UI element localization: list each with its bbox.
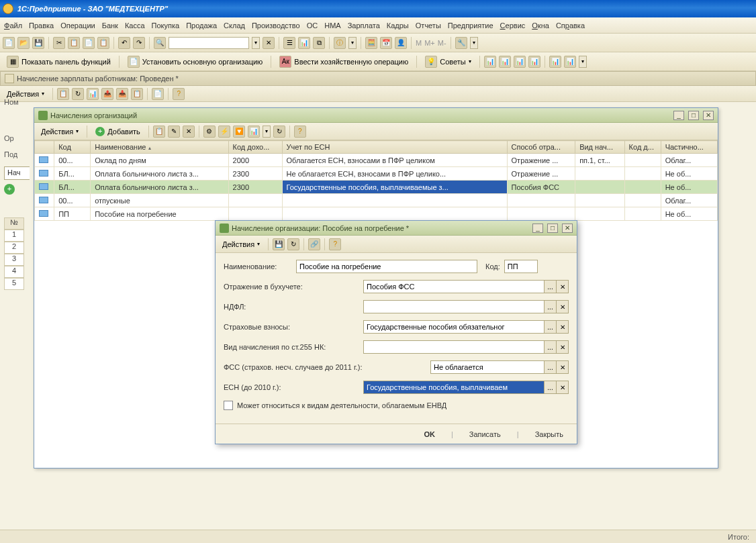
- col-dcode[interactable]: Код д...: [624, 141, 661, 154]
- table-cell[interactable]: [575, 194, 624, 207]
- memory-mplus[interactable]: M+: [424, 39, 435, 47]
- table-cell[interactable]: [624, 181, 661, 194]
- report1-icon[interactable]: 📊: [484, 56, 496, 68]
- doc-tool1-icon[interactable]: 📋: [57, 88, 69, 100]
- cut-icon[interactable]: ✂: [53, 37, 65, 49]
- menu-operations[interactable]: Операции: [60, 21, 95, 30]
- listwin-dropdown[interactable]: ▾: [263, 126, 271, 138]
- listwin-titlebar[interactable]: Начисления организаций _ □ ✕: [34, 108, 718, 123]
- info-dropdown[interactable]: ▾: [348, 37, 357, 49]
- table-cell[interactable]: Облагается ЕСН, взносами в ПФР целиком: [282, 154, 507, 167]
- table-cell[interactable]: [575, 181, 624, 194]
- table-cell[interactable]: [282, 207, 507, 221]
- table-cell[interactable]: БЛ...: [54, 181, 91, 194]
- field-code[interactable]: [504, 260, 538, 273]
- menu-salary[interactable]: Зарплата: [348, 21, 380, 30]
- table-cell[interactable]: Облаг...: [661, 194, 717, 207]
- dlg-save-icon[interactable]: 💾: [273, 238, 285, 250]
- open-icon[interactable]: 📂: [17, 37, 30, 49]
- table-cell[interactable]: [624, 194, 661, 207]
- table-cell[interactable]: [35, 167, 54, 181]
- find-icon[interactable]: 🔍: [154, 37, 166, 49]
- paste2-icon[interactable]: 📋: [97, 37, 109, 49]
- col-accr[interactable]: Вид нач...: [575, 141, 624, 154]
- table-cell[interactable]: 2300: [228, 167, 282, 181]
- dlg-link-icon[interactable]: 🔗: [308, 238, 320, 250]
- table-cell[interactable]: БЛ...: [54, 167, 91, 181]
- window-icon[interactable]: ⧉: [313, 37, 325, 49]
- paste-icon[interactable]: 📄: [83, 37, 95, 49]
- menu-os[interactable]: ОС: [307, 21, 318, 30]
- listwin-filter2-icon[interactable]: ⚡: [218, 126, 230, 138]
- user-icon[interactable]: 👤: [395, 37, 407, 49]
- table-cell[interactable]: Пособия ФСС: [507, 181, 575, 194]
- rownum-3[interactable]: 3: [4, 254, 24, 266]
- field-ins[interactable]: [363, 320, 545, 334]
- tools-icon[interactable]: 🔧: [455, 37, 467, 49]
- menu-service[interactable]: Сервис: [500, 21, 526, 30]
- menu-production[interactable]: Производство: [252, 21, 300, 30]
- show-panel-button[interactable]: ▦Показать панель функций: [3, 55, 115, 68]
- table-cell[interactable]: [228, 194, 282, 207]
- table-cell[interactable]: Не облагается ЕСН, взносами в ПФР целико…: [282, 167, 507, 181]
- list-icon[interactable]: ☰: [283, 37, 295, 49]
- rownum-2[interactable]: 2: [4, 242, 24, 254]
- enter-op-button[interactable]: АкВвести хозяйственную операцию: [275, 55, 412, 68]
- field-nk255-select-button[interactable]: ...: [545, 340, 557, 354]
- calendar2-icon[interactable]: 📅: [380, 37, 392, 49]
- doc-tool7-icon[interactable]: 📄: [152, 88, 164, 100]
- table-cell[interactable]: Оплата больничного листа з...: [91, 181, 228, 194]
- col-partial[interactable]: Частично...: [661, 141, 717, 154]
- field-fss-clear-button[interactable]: ✕: [557, 360, 569, 374]
- table-cell[interactable]: Отражение ...: [507, 167, 575, 181]
- table-cell[interactable]: 00...: [54, 154, 91, 167]
- table-cell[interactable]: Облаг...: [661, 154, 717, 167]
- menu-windows[interactable]: Окна: [532, 21, 549, 30]
- field-fss-select-button[interactable]: ...: [545, 360, 557, 374]
- field-nk255-clear-button[interactable]: ✕: [557, 340, 569, 354]
- undo-icon[interactable]: ↶: [118, 37, 130, 49]
- field-esn[interactable]: [363, 381, 545, 394]
- table-cell[interactable]: [228, 207, 282, 221]
- table-cell[interactable]: Отражение ...: [507, 154, 575, 167]
- menu-help[interactable]: Справка: [556, 21, 585, 30]
- listwin-close-button[interactable]: ✕: [703, 111, 714, 120]
- save-icon[interactable]: 💾: [32, 37, 44, 49]
- dlg-refresh-icon[interactable]: ↻: [287, 238, 299, 250]
- input-name[interactable]: [297, 262, 477, 270]
- table-row[interactable]: БЛ...Оплата больничного листа з...2300Го…: [35, 181, 718, 194]
- table-cell[interactable]: [507, 194, 575, 207]
- find-input[interactable]: [169, 37, 249, 49]
- field-fss[interactable]: [430, 360, 545, 374]
- dlg-save-button[interactable]: Записать: [463, 428, 508, 440]
- table-cell[interactable]: [507, 207, 575, 221]
- table-cell[interactable]: [624, 207, 661, 221]
- listwin-report-icon[interactable]: 📊: [248, 126, 260, 138]
- doc-tool6-icon[interactable]: 📋: [131, 88, 143, 100]
- field-ndfl-select-button[interactable]: ...: [545, 300, 557, 313]
- table-cell[interactable]: [282, 194, 507, 207]
- menu-file[interactable]: Файл: [4, 21, 22, 30]
- menu-enterprise[interactable]: Предприятие: [448, 21, 493, 30]
- table-cell[interactable]: 00...: [54, 194, 91, 207]
- doc-tool4-icon[interactable]: 📤: [101, 88, 113, 100]
- menu-nma[interactable]: НМА: [324, 21, 340, 30]
- table-cell[interactable]: Не об...: [661, 181, 717, 194]
- listwin-maximize-button[interactable]: □: [688, 111, 699, 120]
- input-ins[interactable]: [364, 323, 544, 331]
- report6-icon[interactable]: 📊: [564, 56, 576, 68]
- table-cell[interactable]: [35, 181, 54, 194]
- menu-reports[interactable]: Отчеты: [416, 21, 441, 30]
- menu-staff[interactable]: Кадры: [387, 21, 409, 30]
- table-cell[interactable]: 2000: [228, 154, 282, 167]
- menu-sale[interactable]: Продажа: [186, 21, 217, 30]
- doc-help-icon[interactable]: ?: [173, 88, 185, 100]
- field-refl-select-button[interactable]: ...: [545, 280, 557, 293]
- table-cell[interactable]: Не об...: [661, 207, 717, 221]
- table-row[interactable]: БЛ...Оплата больничного листа з...2300Не…: [35, 167, 718, 181]
- input-fss[interactable]: [431, 363, 544, 371]
- rownum-5[interactable]: 5: [4, 278, 24, 290]
- dlg-actions-button[interactable]: Действия▾: [218, 238, 264, 251]
- tools-dropdown[interactable]: ▾: [470, 37, 478, 49]
- table-cell[interactable]: отпускные: [91, 194, 228, 207]
